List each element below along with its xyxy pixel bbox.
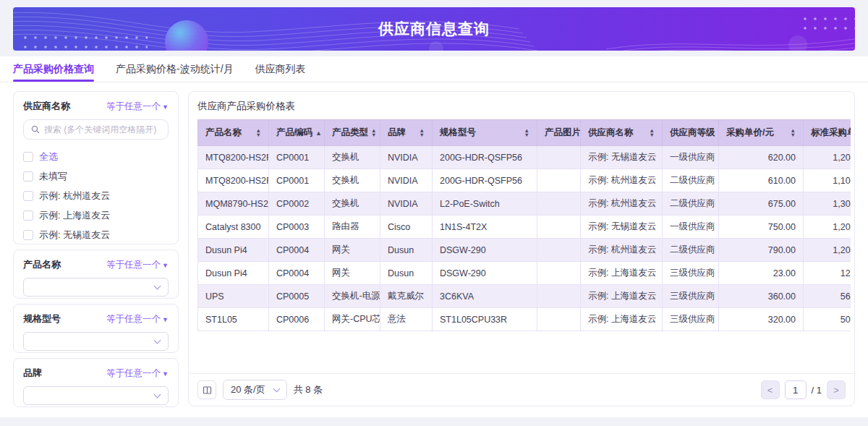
table-cell: CP0002 [269, 192, 325, 216]
option-select-all[interactable]: 全选 [23, 147, 169, 166]
table-cell [537, 146, 581, 169]
column-header-8[interactable]: 供应商等级▲▼ [663, 120, 719, 146]
option-shanghai[interactable]: 示例: 上海道友云 [23, 205, 169, 225]
table-cell: DSGW-290 [433, 239, 537, 262]
column-label: 产品图片 [545, 127, 581, 139]
checkbox-icon[interactable] [23, 171, 33, 182]
operator-dropdown[interactable]: 等于任意一个▼ [106, 101, 169, 113]
supplier-search-box[interactable] [23, 119, 169, 140]
table-row[interactable]: Catalyst 8300CP0003路由器Cisco1N1S-4T2X示例: … [198, 216, 851, 239]
table-cell: 示例: 上海道友云 [581, 285, 663, 308]
table-cell: DSGW-290 [433, 262, 537, 285]
sort-icon[interactable]: ▲▼ [256, 129, 261, 137]
checkbox-icon[interactable] [23, 230, 33, 240]
column-label: 规格型号 [440, 127, 476, 139]
next-page-button[interactable]: > [827, 380, 846, 399]
column-header-10[interactable]: 标准采购单价/元▲▼ [804, 120, 851, 146]
column-settings-button[interactable] [197, 380, 216, 399]
filter-label: 规格型号 [23, 312, 61, 325]
table-cell: CP0001 [269, 169, 325, 192]
column-header-4[interactable]: 品牌▲▼ [380, 120, 433, 146]
table-cell: Cisco [380, 216, 433, 239]
caret-down-icon: ▼ [162, 262, 169, 269]
column-header-9[interactable]: 采购单价/元▲▼ [719, 120, 804, 146]
content-row: 供应商名称 等于任意一个▼ 全选 未填写 [0, 82, 868, 407]
filter-sidebar: 供应商名称 等于任意一个▼ 全选 未填写 [13, 91, 179, 407]
spec-model-select[interactable] [23, 332, 169, 351]
operator-dropdown[interactable]: 等于任意一个▼ [106, 313, 169, 325]
caret-down-icon: ▼ [162, 316, 169, 323]
table-cell [537, 262, 581, 285]
column-header-2[interactable]: 产品编码▲ [269, 120, 325, 146]
table-row[interactable]: Dusun Pi4CP0004网关DusunDSGW-290示例: 杭州道友云二… [198, 239, 851, 262]
brand-select[interactable] [23, 386, 169, 405]
table-cell: MQM8790-HS2R [198, 192, 269, 216]
column-header-7[interactable]: 供应商名称▲▼ [581, 120, 663, 146]
sort-asc-icon[interactable]: ▲ [315, 129, 322, 137]
sort-icon[interactable]: ▲▼ [791, 129, 796, 137]
column-header-5[interactable]: 规格型号▲▼ [433, 120, 537, 146]
tab-product-purchase-price-query[interactable]: 产品采购价格查询 [13, 56, 94, 82]
column-label: 供应商等级 [670, 127, 715, 139]
option-not-filled[interactable]: 未填写 [23, 166, 169, 186]
column-header-1[interactable]: 产品名称▲▼ [198, 120, 269, 146]
sort-icon[interactable]: ▲▼ [420, 129, 425, 137]
product-name-select[interactable] [23, 278, 169, 297]
table-cell: 示例: 无锡道友云 [581, 216, 663, 239]
page-size-select[interactable]: 20 条/页 [223, 380, 287, 400]
table-scroll-area[interactable]: 产品名称▲▼产品编码▲产品类型▲▼品牌▲▼规格型号▲▼产品图片供应商名称▲▼供应… [197, 119, 851, 331]
table-row[interactable]: ST1L05CP0006网关-CPU芯片意法ST1L05CPU33R示例: 上海… [198, 308, 851, 331]
table-cell: 23.00 [719, 262, 804, 285]
table-cell: 560.00 [804, 285, 851, 308]
tab-price-fluctuation-monthly[interactable]: 产品采购价格-波动统计/月 [116, 56, 234, 82]
supplier-search-input[interactable] [44, 124, 161, 135]
checkbox-icon[interactable] [23, 191, 33, 201]
table-cell: 610.00 [719, 169, 804, 192]
option-hangzhou[interactable]: 示例: 杭州道友云 [23, 186, 169, 205]
column-header-3[interactable]: 产品类型▲▼ [325, 120, 380, 146]
table-cell: CP0001 [269, 146, 325, 169]
table-cell: CP0004 [269, 262, 325, 285]
table-cell: CP0006 [269, 308, 325, 331]
table-cell: Dusun Pi4 [198, 262, 269, 285]
table-header-row: 产品名称▲▼产品编码▲产品类型▲▼品牌▲▼规格型号▲▼产品图片供应商名称▲▼供应… [198, 120, 851, 146]
operator-dropdown[interactable]: 等于任意一个▼ [106, 259, 169, 271]
sort-icon[interactable]: ▲▼ [524, 129, 529, 137]
table-cell: 交换机 [325, 192, 380, 216]
table-cell: Catalyst 8300 [198, 216, 269, 239]
sort-icon[interactable]: ▲▼ [650, 129, 655, 137]
table-cell: CP0005 [269, 285, 325, 308]
checkbox-icon[interactable] [23, 152, 33, 162]
table-row[interactable]: UPSCP0005交换机-电源戴克威尔3C6KVA示例: 上海道友云三级供应商3… [198, 285, 851, 308]
table-cell [537, 239, 581, 262]
filter-label: 供应商名称 [23, 100, 70, 113]
table-cell: 二级供应商 [663, 239, 719, 262]
table-row[interactable]: MTQ8200-HS2FCP0001交换机NVIDIA200G-HDR-QSFP… [198, 146, 851, 169]
column-label: 采购单价/元 [726, 127, 774, 139]
table-cell: L2-PoE-Switch [433, 192, 537, 216]
table-cell: 123.00 [804, 262, 851, 285]
checkbox-icon[interactable] [23, 210, 33, 221]
current-page-input[interactable]: 1 [785, 380, 807, 399]
table-cell: 示例: 上海道友云 [581, 262, 663, 285]
table-row[interactable]: MQM8790-HS2RCP0002交换机NVIDIAL2-PoE-Switch… [198, 192, 851, 216]
prev-page-button[interactable]: < [761, 380, 780, 399]
operator-dropdown[interactable]: 等于任意一个▼ [106, 367, 169, 380]
sort-icon[interactable]: ▲▼ [371, 129, 376, 137]
content-panel: 产品采购价格查询 产品采购价格-波动统计/月 供应商列表 供应商名称 等于任意一… [0, 56, 868, 417]
total-count: 共 8 条 [294, 383, 323, 396]
table-cell: CP0003 [269, 216, 325, 239]
table-cell: 示例: 无锡道友云 [581, 146, 663, 169]
price-table-card: 供应商产品采购价格表 产品名称▲▼产品编码▲产品类型▲▼品牌▲▼规格型号▲▼产品… [188, 91, 855, 406]
table-cell [537, 216, 581, 239]
table-cell: 二级供应商 [663, 169, 719, 192]
tab-supplier-list[interactable]: 供应商列表 [255, 56, 306, 82]
table-cell: 网关-CPU芯片 [325, 308, 380, 331]
table-cell: 1,200.00 [804, 239, 851, 262]
table-cell: 意法 [380, 308, 433, 331]
column-settings-icon [203, 385, 212, 395]
table-cell: 320.00 [719, 308, 804, 331]
table-row[interactable]: Dusun Pi4CP0004网关DusunDSGW-290示例: 上海道友云三… [198, 262, 851, 285]
option-wuxi[interactable]: 示例: 无锡道友云 [23, 225, 169, 244]
table-row[interactable]: MTQ8200-HS2FCP0001交换机NVIDIA200G-HDR-QSFP… [198, 169, 851, 192]
